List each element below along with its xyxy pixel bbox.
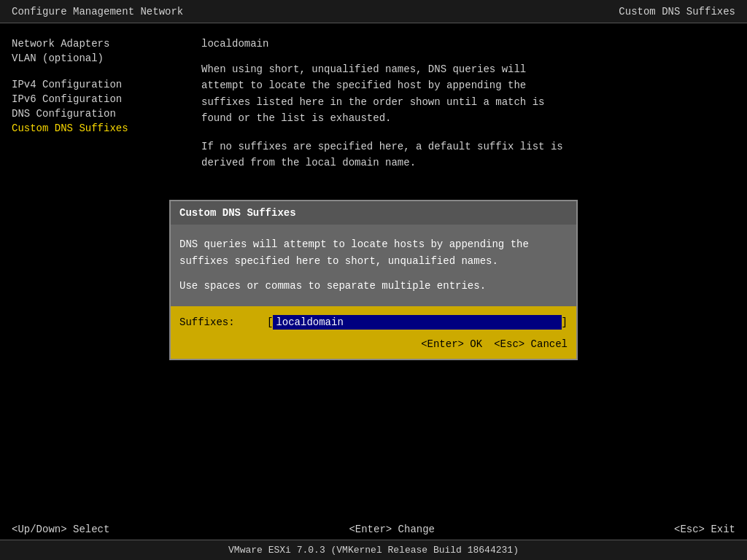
cancel-button[interactable]: <Esc> Cancel (494, 338, 568, 350)
input-label: Suffixes: (179, 316, 267, 328)
suffixes-input[interactable] (273, 315, 561, 330)
modal-body: DNS queries will attempt to locate hosts… (171, 225, 576, 306)
bottom-bar-center: <Enter> Change (349, 524, 435, 535)
sidebar-item-network-adapters[interactable]: Network Adapters (12, 38, 178, 50)
sidebar-spacer (12, 67, 178, 79)
modal-input-area: Suffixes: [ ] <Enter> OK <Esc> Cancel (171, 306, 576, 359)
top-bar: Configure Management Network Custom DNS … (0, 0, 747, 23)
input-bracket-close: ] (562, 316, 568, 328)
sidebar-item-ipv4[interactable]: IPv4 Configuration (12, 79, 178, 90)
modal-body-line1: DNS queries will attempt to locate hosts… (179, 236, 568, 269)
sidebar-item-vlan[interactable]: VLAN (optional) (12, 52, 178, 64)
bottom-bar-right: <Esc> Exit (674, 524, 735, 535)
modal-dialog: Custom DNS Suffixes DNS queries will att… (169, 200, 578, 359)
header-right-title: Custom DNS Suffixes (619, 6, 735, 18)
sidebar-item-dns[interactable]: DNS Configuration (12, 108, 178, 120)
header-left-title: Configure Management Network (12, 6, 183, 18)
input-bracket-open: [ (267, 316, 273, 328)
bottom-bar-left: <Up/Down> Select (12, 524, 109, 535)
modal-title: Custom DNS Suffixes (179, 207, 296, 219)
modal-buttons: <Enter> OK <Esc> Cancel (179, 335, 568, 350)
footer: VMware ESXi 7.0.3 (VMKernel Release Buil… (0, 540, 747, 560)
domain-name: localdomain (201, 38, 735, 50)
footer-text: VMware ESXi 7.0.3 (VMKernel Release Buil… (228, 545, 519, 556)
modal-body-line2: Use spaces or commas to separate multipl… (179, 278, 568, 294)
sidebar-item-custom-dns[interactable]: Custom DNS Suffixes (12, 122, 178, 134)
input-row: Suffixes: [ ] (179, 315, 568, 330)
sidebar-item-ipv6[interactable]: IPv6 Configuration (12, 93, 178, 105)
description-text-1: When using short, unqualified names, DNS… (201, 61, 735, 127)
description-text-2: If no suffixes are specified here, a def… (201, 139, 735, 171)
bottom-bar: <Up/Down> Select <Enter> Change <Esc> Ex… (0, 519, 747, 540)
sidebar: Network Adapters VLAN (optional) IPv4 Co… (0, 23, 190, 516)
ok-button[interactable]: <Enter> OK (421, 338, 482, 350)
modal-header: Custom DNS Suffixes (171, 201, 576, 225)
